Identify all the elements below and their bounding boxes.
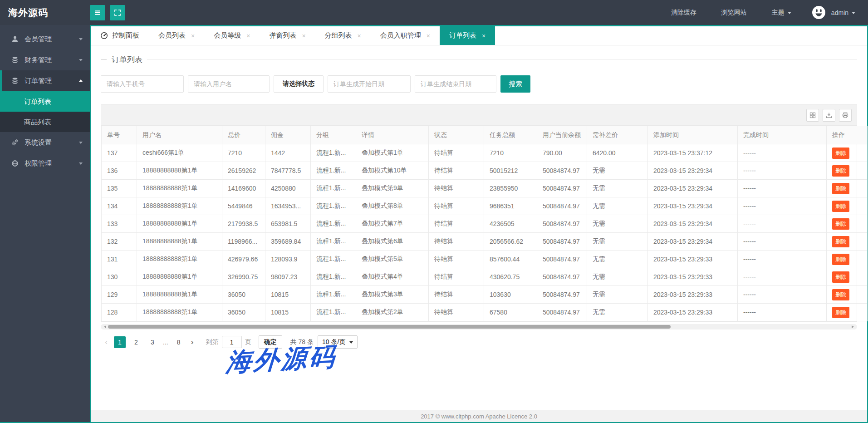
scrollbar-thumb[interactable] xyxy=(108,325,671,329)
table-cell: ------ xyxy=(738,144,827,162)
delete-button[interactable]: 删除 xyxy=(832,307,849,318)
sidebar-item-label: 订单管理 xyxy=(25,77,52,85)
table-cell: ------ xyxy=(738,268,827,286)
start-date-input[interactable] xyxy=(328,75,411,93)
table-cell: 流程1.新... xyxy=(311,304,356,321)
table-cell: ------ xyxy=(738,197,827,215)
table-cell-actions: 删除 xyxy=(827,144,868,162)
delete-button[interactable]: 删除 xyxy=(832,165,849,177)
download-button[interactable] xyxy=(823,109,835,122)
table-row: 13218888888888第1单1198966...359689.84流程1.… xyxy=(102,233,868,251)
sidebar-item-member[interactable]: 会员管理 xyxy=(0,29,90,49)
tab-popup-list[interactable]: 弹窗列表× xyxy=(260,26,315,45)
table-cell: 50084874.97 xyxy=(537,286,587,304)
username-input[interactable] xyxy=(188,75,270,93)
delete-button[interactable]: 删除 xyxy=(832,236,849,247)
topbar-right: 清除缓存 浏览网站 主题 admin xyxy=(646,5,868,20)
database-icon xyxy=(11,56,19,64)
table-cell: 50084874.97 xyxy=(537,268,587,286)
table-cell: 128 xyxy=(102,304,137,321)
table-cell: 流程1.新... xyxy=(311,144,356,162)
close-icon[interactable]: × xyxy=(427,32,430,39)
horizontal-scrollbar[interactable] xyxy=(101,324,857,330)
sidebar-item-finance[interactable]: 财务管理 xyxy=(0,49,90,70)
column-header: 操作 xyxy=(827,126,868,144)
table-cell: 待结算 xyxy=(429,233,484,251)
username-label: admin xyxy=(831,9,848,16)
page-button-3[interactable]: 3 xyxy=(147,336,158,348)
browse-site-link[interactable]: 浏览网站 xyxy=(721,9,747,17)
sidebar-subitem-goods-list[interactable]: 商品列表 xyxy=(0,112,90,132)
sidebar-item-permission[interactable]: 权限管理 xyxy=(0,153,90,174)
close-icon[interactable]: × xyxy=(191,32,195,39)
tab-member-level[interactable]: 会员等级× xyxy=(204,26,260,45)
search-button[interactable]: 搜索 xyxy=(500,75,530,93)
table-cell: 137 xyxy=(102,144,137,162)
prev-page-button[interactable]: ‹ xyxy=(101,338,112,347)
table-cell: 128093.9 xyxy=(265,251,311,268)
delete-button[interactable]: 删除 xyxy=(832,254,849,265)
tab-member-list[interactable]: 会员列表× xyxy=(149,26,204,45)
column-header: 添加时间 xyxy=(648,126,738,144)
menu-toggle-button[interactable] xyxy=(90,5,105,20)
clear-cache-link[interactable]: 清除缓存 xyxy=(671,9,696,17)
table-row: 137ceshi666第1单72101442流程1.新...叠加模式第1单待结算… xyxy=(102,144,868,162)
expand-icon xyxy=(114,9,121,16)
table-cell: ------ xyxy=(738,162,827,180)
delete-button[interactable]: 删除 xyxy=(832,289,849,300)
tab-group-list[interactable]: 分组列表× xyxy=(315,26,371,45)
close-icon[interactable]: × xyxy=(482,32,485,39)
status-select-button[interactable]: 请选择状态 xyxy=(274,75,324,93)
table-cell: 无需 xyxy=(587,180,648,197)
table-cell: 无需 xyxy=(587,233,648,251)
globe-icon xyxy=(11,160,19,167)
filter-bar: 请选择状态 搜索 xyxy=(101,75,857,93)
database-icon xyxy=(11,77,19,84)
sidebar-menu: 会员管理财务管理订单管理订单列表商品列表系统设置权限管理 xyxy=(0,29,90,174)
page-button-8[interactable]: 8 xyxy=(173,336,185,348)
scroll-right-arrow-icon[interactable] xyxy=(852,325,855,328)
delete-button[interactable]: 删除 xyxy=(832,148,849,159)
table-cell: 18888888888第1单 xyxy=(137,304,222,321)
table-row: 13518888888888第1单141696004250880流程1.新...… xyxy=(102,180,868,197)
table-cell: 2023-03-15 23:29:33 xyxy=(648,304,738,321)
table-cell-actions: 删除 xyxy=(827,162,868,180)
brand-logo: 海外源码 xyxy=(0,6,90,19)
fullscreen-button[interactable] xyxy=(110,5,125,20)
page-button-1[interactable]: 1 xyxy=(114,336,126,348)
scroll-left-arrow-icon[interactable] xyxy=(103,325,106,328)
phone-input[interactable] xyxy=(101,75,184,93)
delete-button[interactable]: 删除 xyxy=(832,201,849,212)
delete-button[interactable]: 删除 xyxy=(832,271,849,283)
delete-button[interactable]: 删除 xyxy=(832,183,849,194)
table-cell: 430620.75 xyxy=(484,268,537,286)
sidebar-item-system[interactable]: 系统设置 xyxy=(0,132,90,153)
filter-fields: 请选择状态 xyxy=(101,75,496,93)
close-icon[interactable]: × xyxy=(302,32,305,39)
tab-order-list[interactable]: 订单列表× xyxy=(440,26,495,45)
close-icon[interactable]: × xyxy=(358,32,361,39)
tab-member-entry[interactable]: 会员入职管理× xyxy=(371,26,440,45)
user-dropdown[interactable]: admin xyxy=(831,9,855,16)
table-toolbar xyxy=(101,105,857,126)
table-cell: 待结算 xyxy=(429,251,484,268)
table-cell: 9686351 xyxy=(484,197,537,215)
grid-button[interactable] xyxy=(806,109,819,122)
avatar[interactable] xyxy=(812,5,826,20)
theme-label: 主题 xyxy=(772,9,785,17)
print-button[interactable] xyxy=(839,109,852,122)
page-button-2[interactable]: 2 xyxy=(130,336,142,348)
sidebar-item-order[interactable]: 订单管理 xyxy=(0,70,90,91)
delete-button[interactable]: 删除 xyxy=(832,218,849,230)
close-icon[interactable]: × xyxy=(246,32,250,39)
sidebar-subitem-order-list[interactable]: 订单列表 xyxy=(0,91,90,112)
table-cell: 流程1.新... xyxy=(311,215,356,233)
next-page-button[interactable]: › xyxy=(187,338,198,347)
tab-dashboard[interactable]: 控制面板 xyxy=(91,26,149,45)
theme-dropdown[interactable]: 主题 xyxy=(772,9,791,17)
table-cell: 4236505 xyxy=(484,215,537,233)
grid-icon xyxy=(809,112,816,118)
end-date-input[interactable] xyxy=(415,75,496,93)
table-cell: 叠加模式第1单 xyxy=(356,144,429,162)
column-header: 佣金 xyxy=(265,126,311,144)
